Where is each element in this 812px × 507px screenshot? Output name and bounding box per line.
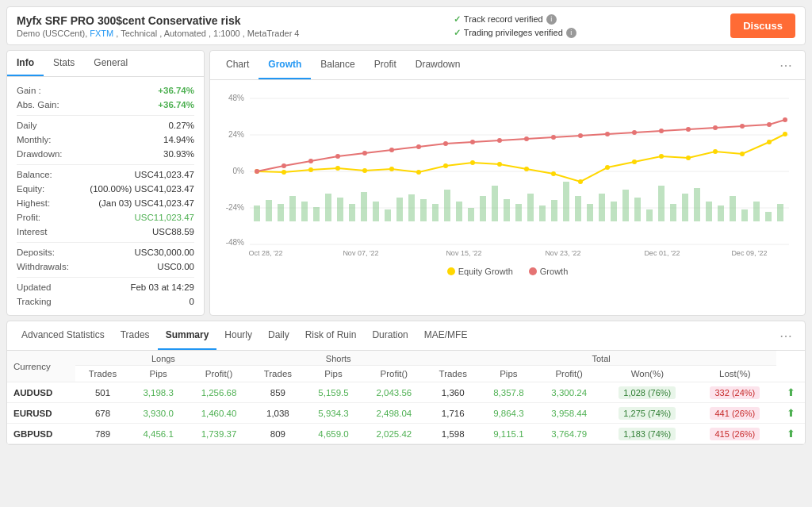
tab-growth[interactable]: Growth [259, 51, 311, 79]
bottom-panel: Advanced Statistics Trades Summary Hourl… [6, 321, 806, 445]
svg-rect-23 [337, 198, 343, 221]
cell-chart-icon-2[interactable]: ⬆ [776, 403, 805, 424]
tab-general[interactable]: General [84, 51, 137, 76]
cell-lost-2: 441 (26%) [694, 403, 776, 424]
svg-point-85 [335, 154, 340, 159]
updated-label: Updated [17, 282, 51, 292]
tab-stats[interactable]: Stats [44, 51, 84, 76]
tab-mae-mfe[interactable]: MAE/MFE [416, 321, 476, 350]
svg-point-79 [740, 152, 745, 156]
cell-t-pips-2: 9,864.3 [480, 403, 537, 424]
tab-balance[interactable]: Balance [311, 51, 364, 79]
abs-gain-row: Abs. Gain: +36.74% [17, 98, 194, 112]
cell-s-pips-1: 5,159.5 [304, 382, 362, 403]
highest-value: (Jan 03) USC41,023.47 [98, 198, 194, 208]
bottom-more-button[interactable]: ⋯ [773, 322, 799, 350]
svg-point-77 [686, 156, 691, 160]
left-tabs: Info Stats General [7, 51, 204, 77]
equity-row: Equity: (100.00%) USC41,023.47 [17, 182, 194, 196]
cell-s-trades-2: 1,038 [251, 403, 304, 424]
tab-duration[interactable]: Duration [364, 321, 416, 350]
svg-rect-45 [599, 194, 605, 221]
svg-rect-42 [563, 182, 569, 221]
discuss-button[interactable]: Discuss [730, 13, 795, 38]
row-chart-icon-3: ⬆ [787, 428, 795, 440]
svg-rect-49 [646, 209, 653, 221]
cell-t-pips-3: 9,115.1 [480, 424, 537, 444]
svg-text:Dec 01, '22: Dec 01, '22 [644, 249, 680, 257]
chart-more-button[interactable]: ⋯ [773, 52, 799, 79]
col-won: Won(%) [601, 366, 694, 382]
cell-s-trades-3: 809 [251, 424, 304, 444]
cell-s-profit-1: 2,043.56 [362, 382, 427, 403]
cell-won-2: 1,275 (74%) [601, 403, 694, 424]
legend-dot-equity [447, 267, 455, 275]
chart-panel: Chart Growth Balance Profit Drawdown ⋯ 4… [209, 50, 806, 316]
cell-l-profit-2: 1,460.40 [187, 403, 251, 424]
tab-advanced-statistics[interactable]: Advanced Statistics [13, 321, 113, 350]
svg-rect-60 [777, 204, 783, 221]
col-longs-group: Longs [75, 351, 251, 366]
col-lost: Lost(%) [694, 366, 776, 382]
svg-rect-20 [301, 202, 308, 221]
tab-drawdown[interactable]: Drawdown [406, 51, 470, 79]
cell-t-profit-2: 3,958.44 [537, 403, 601, 424]
svg-point-71 [524, 167, 529, 171]
tab-chart[interactable]: Chart [216, 51, 259, 79]
svg-point-78 [713, 149, 718, 154]
svg-text:Nov 23, '22: Nov 23, '22 [545, 249, 580, 257]
updated-row: Updated Feb 03 at 14:29 [17, 277, 194, 294]
cell-t-trades-1: 1,360 [426, 382, 480, 403]
svg-point-94 [578, 133, 583, 138]
svg-rect-32 [444, 190, 450, 221]
svg-rect-17 [266, 200, 272, 221]
chart-legend: Equity Growth Growth [216, 267, 799, 276]
svg-rect-19 [289, 196, 296, 221]
svg-point-88 [416, 144, 421, 149]
info-icon-2[interactable]: i [566, 28, 576, 38]
tab-trades[interactable]: Trades [113, 321, 158, 350]
cell-l-trades-2: 678 [75, 403, 129, 424]
svg-rect-47 [622, 190, 629, 221]
col-s-pips: Pips [304, 366, 362, 382]
updated-value: Feb 03 at 14:29 [130, 282, 194, 292]
svg-text:Oct 28, '22: Oct 28, '22 [248, 249, 282, 257]
svg-rect-34 [468, 208, 474, 221]
cell-chart-icon-1[interactable]: ⬆ [776, 382, 805, 403]
col-s-profit: Profit() [362, 366, 427, 382]
cell-s-profit-2: 2,498.04 [362, 403, 427, 424]
svg-point-95 [605, 132, 610, 136]
withdrawals-label: Withdrawals: [17, 262, 69, 271]
svg-rect-31 [432, 204, 439, 221]
trading-privileges-label: Trading privileges verified [464, 28, 563, 37]
svg-rect-18 [278, 204, 284, 221]
tab-risk-of-ruin[interactable]: Risk of Ruin [297, 321, 365, 350]
cell-s-trades-1: 859 [251, 382, 304, 403]
tab-profit[interactable]: Profit [365, 51, 406, 79]
svg-point-82 [255, 169, 259, 174]
equity-label: Equity: [17, 184, 44, 194]
interest-value: USC88.59 [152, 227, 194, 236]
col-t-pips: Pips [480, 366, 537, 382]
cell-l-profit-3: 1,739.37 [187, 424, 251, 444]
broker-link[interactable]: FXTM [90, 29, 113, 38]
cell-l-pips-2: 3,930.0 [130, 403, 187, 424]
cell-l-trades-3: 789 [75, 424, 129, 444]
svg-point-99 [713, 125, 718, 130]
drawdown-label: Drawdown: [17, 149, 63, 159]
tab-daily[interactable]: Daily [260, 321, 297, 350]
tab-hourly[interactable]: Hourly [216, 321, 260, 350]
svg-rect-26 [373, 202, 379, 221]
svg-rect-29 [408, 194, 415, 221]
highest-row: Highest: (Jan 03) USC41,023.47 [17, 196, 194, 210]
svg-rect-39 [527, 194, 534, 221]
tab-summary[interactable]: Summary [158, 321, 217, 350]
drawdown-value: 30.93% [163, 149, 194, 159]
row-chart-icon-1: ⬆ [787, 386, 795, 398]
cell-chart-icon-3[interactable]: ⬆ [776, 424, 805, 444]
info-icon-1[interactable]: i [546, 14, 557, 25]
cell-lost-3: 415 (26%) [694, 424, 776, 444]
tab-info[interactable]: Info [7, 51, 44, 76]
svg-rect-38 [515, 204, 522, 221]
svg-rect-30 [420, 199, 427, 221]
